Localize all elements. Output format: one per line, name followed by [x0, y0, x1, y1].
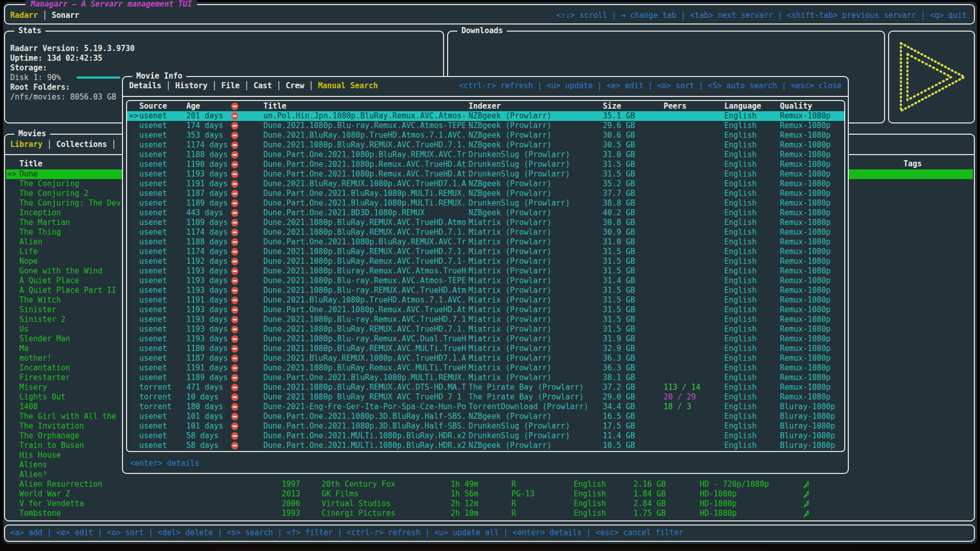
- release-row[interactable]: usenet1191 daysDune.2021.BluRay.1080p.Tr…: [127, 295, 844, 305]
- release-row[interactable]: usenet1193 daysDune.2021.1080p.Blu-ray.R…: [127, 315, 844, 324]
- release-row[interactable]: usenet1193 daysDune.2021.1080p.Bluray.Re…: [127, 266, 844, 276]
- release-age: 443 days: [186, 208, 223, 218]
- release-size: 32.9 GB: [603, 344, 635, 354]
- reject-icon: [231, 393, 238, 401]
- release-indexer: Miatrix (Prowlarr): [469, 276, 552, 286]
- movie-quality-profile: HD-1080p: [700, 499, 737, 509]
- release-age: 101 days: [186, 412, 223, 421]
- release-row[interactable]: usenet1187 daysDune.2021.BluRay.REMUX.10…: [127, 354, 844, 363]
- release-row[interactable]: usenet58 daysDune.Part.One.2021.MULTi.10…: [127, 431, 844, 441]
- release-indexer: DrunkenSlug (Prowlarr): [469, 150, 570, 160]
- release-language: English: [724, 295, 756, 305]
- reject-icon: [231, 209, 238, 217]
- reject-icon: [231, 122, 238, 130]
- movie-title: Gone with the Wind: [19, 266, 103, 276]
- reject-icon: [231, 151, 238, 159]
- release-row[interactable]: usenet1189 daysDune.Part.One.2021.BluRay…: [127, 373, 844, 383]
- release-row[interactable]: usenet1174 daysDune.2021.1080p.BluRay.RE…: [127, 140, 844, 150]
- release-row[interactable]: usenet1193 daysDune.Part.One.2021.1080p.…: [127, 169, 844, 179]
- movie-title: A Quiet Place: [19, 276, 79, 286]
- release-row[interactable]: usenet1189 daysDune.Part.One.2021.BluRay…: [127, 198, 844, 208]
- release-size: 34.4 GB: [603, 402, 635, 412]
- column-size: Size: [603, 102, 621, 111]
- movie-year: 2013: [282, 489, 300, 499]
- release-row[interactable]: torrent10 daysDune 2021 1080p BluRay REM…: [127, 392, 844, 402]
- movie-title: World War Z: [19, 489, 70, 499]
- release-row[interactable]: usenet1193 daysDune.2021.1080p.Blu-ray.R…: [127, 334, 844, 344]
- release-size: 29.0 GB: [603, 392, 635, 402]
- release-source: usenet: [139, 315, 167, 324]
- release-indexer: NZBgeek (Prowlarr): [469, 412, 552, 421]
- movie-info-tab-manual-search[interactable]: Manual Search: [318, 81, 378, 90]
- release-quality: Remux-1080p: [780, 228, 830, 237]
- reject-icon: [231, 277, 238, 285]
- movie-title: Alien: [19, 237, 42, 247]
- movie-info-tab-crew[interactable]: Crew: [286, 81, 304, 90]
- release-quality: Remux-1080p: [780, 286, 830, 295]
- release-quality: Remux-1080p: [780, 363, 830, 373]
- movie-info-tab-details[interactable]: Details: [129, 81, 161, 90]
- release-row[interactable]: usenet101 daysDune.Part.One.2021.1080p.3…: [127, 421, 844, 431]
- release-title: Dune.2021.1080p.BluRay.REMUX.AVC.TrueHD.…: [263, 228, 466, 237]
- movie-info-modal-title: Movie Info: [132, 71, 186, 81]
- release-row[interactable]: torrent180 daysDune-2021-Eng-Fre-Ger-Ita…: [127, 402, 844, 412]
- movie-studio: GK Films: [322, 489, 358, 499]
- release-quality: Remux-1080p: [780, 121, 830, 131]
- release-row[interactable]: usenet1193 daysDune.Part.One.2021.1080p.…: [127, 305, 844, 315]
- release-language: English: [724, 257, 756, 266]
- release-row[interactable]: usenet58 daysDune.Part.One.2021.MULTi.10…: [127, 441, 844, 450]
- movies-tab-library[interactable]: Library: [10, 140, 42, 149]
- release-row[interactable]: usenet1174 daysDune.2021.1080p.BluRay.RE…: [127, 247, 844, 257]
- release-row[interactable]: usenet353 daysDune.2021.BluRay.1080p.Tru…: [127, 131, 844, 140]
- desktop-strip: [0, 544, 980, 551]
- release-row[interactable]: usenet101 daysDune.Part.One.2021.1080p.3…: [127, 412, 844, 421]
- movie-info-tab-history[interactable]: History: [175, 81, 207, 90]
- servarr-tab-radarr[interactable]: Radarr: [10, 11, 38, 20]
- release-row[interactable]: usenet1193 daysDune.2021.1080p.BluRay.RE…: [127, 324, 844, 334]
- release-quality: Remux-1080p: [780, 373, 830, 383]
- movie-language: English: [574, 499, 606, 509]
- column-indexer: Indexer: [469, 102, 501, 111]
- release-row[interactable]: usenet1191 daysDune.2021.1080p.BluRay.Re…: [127, 363, 844, 373]
- servarr-tab-sonarr[interactable]: Sonarr: [52, 11, 79, 20]
- release-row[interactable]: usenet1180 daysDune.2021.1080p.BluRay.RE…: [127, 344, 844, 354]
- release-title: Dune.2021.1080p.BluRay.REMUX.AVC.DTS-HD.…: [263, 383, 466, 392]
- release-row[interactable]: torrent471 daysDune.2021.1080p.BluRay.RE…: [127, 383, 844, 392]
- release-title: Dune.2021.1080p.BluRay.REMUX.AVC.TrueHD.…: [263, 247, 466, 257]
- release-row[interactable]: usenet1192 daysDune.2021.1080p.BluRay.Re…: [127, 257, 844, 266]
- movie-list-item[interactable]: Alien Resurrection199720th Century Fox1h…: [6, 480, 973, 489]
- release-row[interactable]: usenet174 daysDune.2021.1080p.Blu-ray.Re…: [127, 121, 844, 131]
- release-row[interactable]: usenet1193 daysDune.2021.1080p.Blu-ray.R…: [127, 276, 844, 286]
- movie-list-item[interactable]: Tombstone1993Cinergi Pictures2h 10mREngl…: [6, 509, 973, 518]
- release-indexer: Miatrix (Prowlarr): [469, 315, 552, 324]
- movies-tab-collections[interactable]: Collections: [56, 140, 107, 149]
- release-language: English: [724, 237, 756, 247]
- release-row[interactable]: usenet1191 daysDune.2021.BluRay.REMUX.10…: [127, 179, 844, 189]
- release-source: usenet: [139, 140, 167, 150]
- release-size: 38.1 GB: [603, 373, 635, 383]
- movie-info-tab-file[interactable]: File: [222, 81, 240, 90]
- movie-info-tab-cast[interactable]: Cast: [254, 81, 272, 90]
- release-language: English: [724, 160, 756, 169]
- movie-title: The Orphanage: [19, 431, 79, 441]
- release-row[interactable]: usenet1190 daysDune.Part.One.2021.1080p.…: [127, 160, 844, 169]
- movie-list-item[interactable]: V for Vendetta2006Virtual Studios2h 12mR…: [6, 499, 973, 509]
- release-quality: Remux-1080p: [780, 140, 830, 150]
- reject-icon: [231, 190, 238, 197]
- release-row[interactable]: usenet1109 daysDune.2021.1080p.BluRay.RE…: [127, 218, 844, 228]
- release-indexer: NZBgeek (Prowlarr): [469, 121, 552, 131]
- release-row[interactable]: =>usenet201 daysun.Pol.Hin.Jpn.1080p.Blu…: [127, 111, 844, 121]
- release-row[interactable]: usenet1174 daysDune.2021.1080p.BluRay.RE…: [127, 228, 844, 237]
- movie-title: V for Vendetta: [19, 499, 84, 509]
- release-age: 1193 days: [186, 276, 228, 286]
- release-row[interactable]: usenet1188 daysDune.Part.One.2021.1080p.…: [127, 237, 844, 247]
- movie-certification: R: [511, 509, 516, 518]
- release-row[interactable]: usenet1187 daysDune.Part.One.2021.BluRay…: [127, 189, 844, 198]
- release-size: 31.5 GB: [603, 315, 635, 324]
- release-size: 40.2 GB: [603, 208, 635, 218]
- release-row[interactable]: usenet443 daysDune.Part.One.2021.BD3D.10…: [127, 208, 844, 218]
- movie-list-item[interactable]: World War Z2013GK Films1h 56mPG-13Englis…: [6, 489, 973, 499]
- release-row[interactable]: usenet1188 daysDune.Part.One.2021.1080p.…: [127, 150, 844, 160]
- release-source: usenet: [139, 237, 167, 247]
- release-row[interactable]: usenet1193 daysDune.2021.1080p.Blu-ray.R…: [127, 286, 844, 295]
